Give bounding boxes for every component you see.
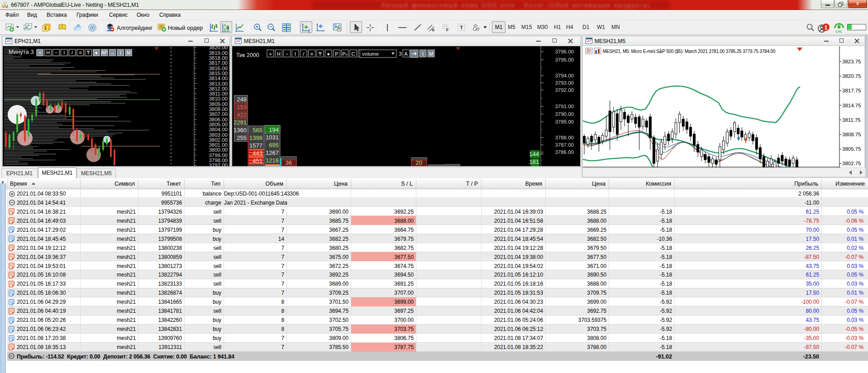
svg-text:3819.00: 3819.00 xyxy=(209,50,228,56)
svg-text:₸: ₸ xyxy=(87,50,90,55)
svg-text:3805.00: 3805.00 xyxy=(209,122,228,127)
svg-text:3806.00: 3806.00 xyxy=(209,117,228,122)
svg-text:F: F xyxy=(446,28,448,32)
svg-text:3800.00: 3800.00 xyxy=(209,147,228,153)
svg-text:≡: ≡ xyxy=(79,50,81,55)
svg-text:3788.00: 3788.00 xyxy=(555,135,574,140)
svg-text:3804.00: 3804.00 xyxy=(209,127,228,132)
svg-text:1216: 1216 xyxy=(266,157,279,164)
svg-text:20: 20 xyxy=(416,159,422,166)
svg-text:I: I xyxy=(120,50,121,55)
svg-text:3791.00: 3791.00 xyxy=(555,104,574,109)
svg-text:3793.00: 3793.00 xyxy=(555,80,574,86)
svg-text:3801.00: 3801.00 xyxy=(209,142,228,148)
svg-text:3802.00: 3802.00 xyxy=(209,137,228,143)
svg-text:₸: ₸ xyxy=(319,51,322,57)
svg-text:3811.00: 3811.00 xyxy=(209,91,228,96)
svg-text:3813.00: 3813.00 xyxy=(209,81,228,86)
svg-text:3794.00: 3794.00 xyxy=(555,73,574,78)
svg-text:+: + xyxy=(269,51,272,57)
svg-text:3809.00: 3809.00 xyxy=(209,101,228,107)
svg-text:+: + xyxy=(38,50,41,55)
svg-text:I: I xyxy=(295,51,296,57)
svg-text:181: 181 xyxy=(529,158,539,165)
svg-text:3790.00: 3790.00 xyxy=(555,111,574,117)
svg-text:1031: 1031 xyxy=(266,134,279,141)
svg-text:A: A xyxy=(404,51,408,57)
svg-text:565: 565 xyxy=(253,127,262,134)
svg-text:144: 144 xyxy=(529,151,539,158)
svg-text:→: → xyxy=(110,50,115,55)
svg-text:I: I xyxy=(63,50,65,55)
svg-text:2291: 2291 xyxy=(234,119,247,126)
svg-text:451: 451 xyxy=(253,158,262,164)
svg-text:3802.75: 3802.75 xyxy=(842,161,861,166)
svg-text:3810.00: 3810.00 xyxy=(209,96,228,101)
svg-text:H: H xyxy=(46,50,50,55)
svg-text:$: $ xyxy=(44,26,47,31)
svg-text:3815.00: 3815.00 xyxy=(209,71,228,76)
svg-text:1577: 1577 xyxy=(249,142,262,149)
svg-text:volume: volume xyxy=(362,51,379,57)
svg-text:●: ● xyxy=(327,51,330,57)
svg-text:3798.00: 3798.00 xyxy=(209,158,228,163)
svg-text:3816.00: 3816.00 xyxy=(209,66,228,71)
svg-text:695: 695 xyxy=(269,142,279,148)
svg-text:3811.75: 3811.75 xyxy=(842,117,861,123)
svg-text:−: − xyxy=(55,50,57,55)
svg-text:3792.00: 3792.00 xyxy=(555,87,574,93)
svg-text:3803.00: 3803.00 xyxy=(209,132,228,138)
svg-text:I: I xyxy=(422,51,424,57)
svg-text:3814.75: 3814.75 xyxy=(842,103,861,108)
svg-text:3817.00: 3817.00 xyxy=(209,60,228,66)
svg-text:3787.00: 3787.00 xyxy=(555,142,574,148)
svg-text:3797.00: 3797.00 xyxy=(209,163,228,166)
svg-text:3814.00: 3814.00 xyxy=(209,76,228,81)
svg-text:Тик 2000: Тик 2000 xyxy=(236,52,259,58)
svg-text:MESH21, M5: Micro E-mini S&P: MESH21, M5: Micro E-mini S&P 500 ($5): M… xyxy=(603,49,776,54)
svg-text:/: / xyxy=(72,50,73,55)
svg-text:443: 443 xyxy=(253,150,262,157)
svg-text:3789.00: 3789.00 xyxy=(555,119,574,124)
svg-text:194: 194 xyxy=(269,126,279,133)
svg-text:E: E xyxy=(432,28,435,32)
svg-text:М: М xyxy=(429,51,433,57)
svg-text:3786.00: 3786.00 xyxy=(555,149,574,155)
svg-text:1: 1 xyxy=(825,24,828,31)
svg-text:АР: АР xyxy=(101,50,108,55)
svg-text:3818.00: 3818.00 xyxy=(209,55,228,61)
svg-text:1360: 1360 xyxy=(234,127,247,134)
svg-text:LVL: LVL xyxy=(836,29,843,33)
svg-text:36: 36 xyxy=(286,159,292,166)
svg-text:248: 248 xyxy=(237,96,247,103)
svg-text:З: З xyxy=(399,51,402,57)
svg-text:●: ● xyxy=(95,50,98,55)
svg-text:3812.00: 3812.00 xyxy=(209,86,228,91)
svg-text:3799.00: 3799.00 xyxy=(209,153,228,158)
svg-text:3807.00: 3807.00 xyxy=(209,111,228,117)
svg-text:Минута 3: Минута 3 xyxy=(9,48,34,55)
svg-text:1398: 1398 xyxy=(249,134,262,141)
svg-text:3808.75: 3808.75 xyxy=(842,132,861,137)
svg-text:P: P xyxy=(335,51,338,57)
svg-text:H: H xyxy=(277,51,281,57)
svg-text:255: 255 xyxy=(237,134,247,141)
svg-text:−: − xyxy=(286,51,288,57)
svg-text:Pₙ: Pₙ xyxy=(342,51,348,57)
svg-text:3817.75: 3817.75 xyxy=(842,88,861,93)
svg-text:3805.75: 3805.75 xyxy=(842,146,861,152)
svg-text:3808.00: 3808.00 xyxy=(209,106,228,112)
svg-text:T: T xyxy=(460,25,463,30)
svg-text:М: М xyxy=(127,50,131,55)
svg-text:3823.75: 3823.75 xyxy=(842,59,861,64)
svg-text:C: C xyxy=(352,51,355,57)
svg-text:1267: 1267 xyxy=(266,149,279,156)
svg-text:5: 5 xyxy=(4,3,6,8)
svg-text:≡: ≡ xyxy=(310,51,313,57)
svg-text:3796.00: 3796.00 xyxy=(555,49,574,54)
svg-text:3795.00: 3795.00 xyxy=(555,57,574,62)
svg-text:3820.75: 3820.75 xyxy=(842,73,861,79)
